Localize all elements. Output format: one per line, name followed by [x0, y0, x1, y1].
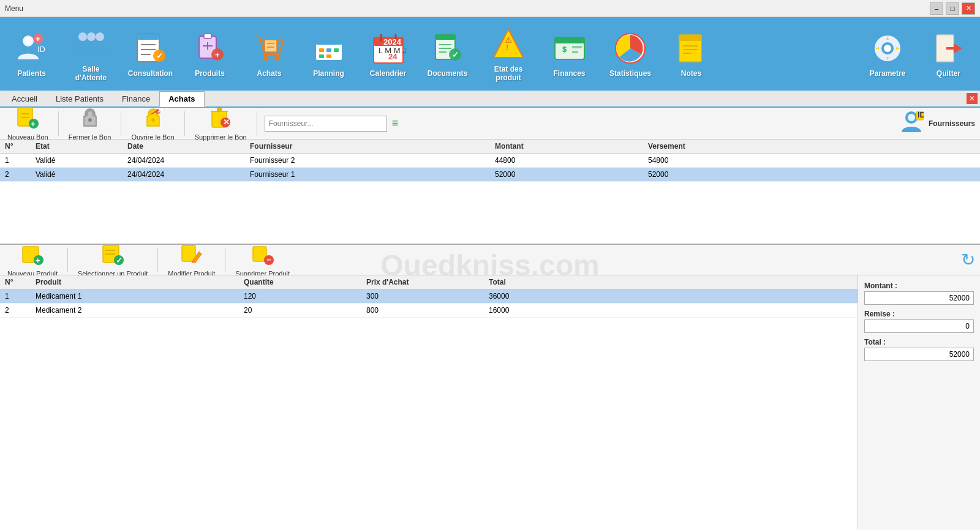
fournisseurs-area: ID Fournisseurs: [899, 109, 975, 138]
refresh-button[interactable]: ↻: [961, 250, 975, 270]
svg-point-26: [274, 56, 279, 61]
notes-icon: [673, 30, 710, 67]
nav-statistiques[interactable]: Statistiques: [600, 20, 661, 88]
svg-text:✓: ✓: [116, 256, 123, 265]
montant-input[interactable]: 52000: [864, 291, 974, 305]
nav-planning[interactable]: Planning: [300, 20, 358, 88]
table-row[interactable]: 1 Validé 24/04/2024 Fournisseur 2 44800 …: [0, 154, 980, 168]
nouveau-bon-button[interactable]: + Nouveau Bon: [5, 105, 51, 142]
cell-total: 36000: [484, 289, 858, 304]
sep4: [257, 111, 257, 136]
nav-produits-label: Produits: [195, 69, 225, 78]
supprimer-bon-button[interactable]: ✕ Supprimer le Bon: [192, 105, 249, 142]
svg-point-1: [24, 37, 32, 45]
nav-salle[interactable]: Salled'Attente: [62, 20, 120, 88]
svg-point-6: [78, 32, 87, 41]
window-title: Menu: [5, 4, 23, 13]
calendrier-icon: 2024 L M M J V S D 24: [370, 30, 407, 67]
nav-consultation[interactable]: ✓ Consultation: [121, 20, 179, 88]
cell-versement: 52000: [643, 168, 980, 182]
table-row[interactable]: 2 Medicament 2 20 800 16000: [0, 304, 858, 318]
nav-documents-label: Documents: [428, 69, 467, 78]
nav-quitter-label: Quitter: [937, 69, 960, 78]
close-button[interactable]: ✕: [962, 2, 975, 15]
svg-point-77: [151, 118, 155, 122]
ouvrir-bon-button[interactable]: ✕ Ouvrire le Bon: [129, 105, 176, 142]
parametre-icon: [869, 30, 906, 67]
cell-montant: 44800: [490, 154, 643, 168]
nav-etat[interactable]: ! ⚠ Etat desproduit: [478, 20, 539, 88]
lower-toolbar: + Nouveau Produit ✓ Selectionner un Prod…: [0, 244, 980, 275]
nouveau-produit-button[interactable]: + Nouveau Produit: [5, 242, 60, 278]
sep5: [67, 248, 68, 272]
nav-produits[interactable]: + Produits: [181, 20, 239, 88]
tab-liste-patients[interactable]: Liste Patients: [47, 91, 113, 106]
remise-input[interactable]: 0: [864, 319, 974, 333]
grid-view-icon[interactable]: ≡: [392, 117, 399, 130]
total-input[interactable]: 52000: [864, 348, 974, 361]
lower-section: N° Produit Quantite Prix d'Achat Total 1…: [0, 275, 980, 530]
svg-text:+: +: [36, 256, 40, 265]
nav-achats[interactable]: Achats: [240, 20, 298, 88]
nav-finances[interactable]: $ Finances: [540, 20, 598, 88]
svg-text:ID: ID: [918, 110, 924, 119]
svg-rect-97: [182, 245, 195, 261]
cell-etat: Validé: [31, 168, 123, 182]
svg-point-86: [908, 114, 915, 121]
nav-calendrier[interactable]: 2024 L M M J V S D 24 Calendrier: [359, 20, 417, 88]
cell-etat: Validé: [31, 154, 123, 168]
svg-text:+: +: [215, 50, 220, 59]
svg-text:✓: ✓: [156, 51, 163, 61]
montant-label: Montant :: [864, 282, 974, 290]
sep7: [225, 248, 225, 272]
tab-close-button[interactable]: ✕: [967, 93, 978, 104]
selectionner-produit-button[interactable]: ✓ Selectionner un Produit: [75, 242, 150, 278]
cell-montant: 52000: [490, 168, 643, 182]
modifier-produit-icon: [181, 243, 203, 269]
tab-finance[interactable]: Finance: [113, 91, 159, 106]
nav-patients[interactable]: + ID Patients: [2, 20, 61, 88]
svg-rect-37: [319, 54, 324, 58]
fournisseur-search[interactable]: [265, 116, 387, 132]
lower-table-header: N° Produit Quantite Prix d'Achat Total: [0, 275, 858, 289]
nav-parametre[interactable]: Parametre: [857, 20, 918, 88]
etat-icon: ! ⚠: [490, 26, 527, 62]
cell-versement: 54800: [643, 154, 980, 168]
sep2: [121, 111, 121, 136]
lower-table: N° Produit Quantite Prix d'Achat Total 1…: [0, 275, 858, 318]
svg-rect-63: [679, 35, 701, 41]
cell-n: 1: [0, 154, 31, 168]
cell-produit: Medicament 1: [31, 289, 239, 304]
svg-text:$: $: [562, 45, 567, 54]
nav-quitter[interactable]: Quitter: [919, 20, 978, 88]
ouvrir-bon-icon: ✕: [142, 106, 164, 133]
fermer-bon-button[interactable]: Fermer le Bon: [66, 105, 114, 142]
achats-icon: [251, 30, 288, 67]
table-row[interactable]: 1 Medicament 1 120 300 36000: [0, 289, 858, 304]
col-versement: Versement: [643, 140, 980, 154]
nav-notes[interactable]: Notes: [662, 20, 720, 88]
supprimer-bon-icon: ✕: [209, 106, 232, 133]
svg-rect-31: [315, 37, 342, 45]
produits-icon: +: [192, 30, 228, 67]
svg-rect-82: [217, 108, 222, 111]
cell-n: 1: [0, 289, 31, 304]
nav-etat-label: Etat desproduit: [494, 65, 523, 83]
restore-button[interactable]: □: [946, 2, 959, 15]
nav-consultation-label: Consultation: [128, 69, 173, 78]
svg-text:✕: ✕: [156, 106, 163, 115]
svg-text:24: 24: [388, 52, 398, 61]
modifier-produit-button[interactable]: Modifier Produit: [165, 242, 217, 278]
cell-date: 24/04/2024: [123, 168, 245, 182]
supprimer-produit-button[interactable]: − Supprimer Produit: [233, 242, 292, 278]
total-field: Total : 52000: [864, 338, 974, 361]
nav-achats-label: Achats: [257, 69, 281, 78]
nav-calendrier-label: Calendrier: [370, 69, 406, 78]
minimize-button[interactable]: –: [930, 2, 943, 15]
svg-rect-35: [326, 48, 331, 52]
tab-accueil[interactable]: Accueil: [2, 91, 47, 106]
table-row[interactable]: 2 Validé 24/04/2024 Fournisseur 1 52000 …: [0, 168, 980, 182]
cell-produit: Medicament 2: [31, 304, 239, 318]
cell-fournisseur: Fournisseur 1: [245, 168, 490, 182]
nav-documents[interactable]: ✓ Documents: [418, 20, 477, 88]
